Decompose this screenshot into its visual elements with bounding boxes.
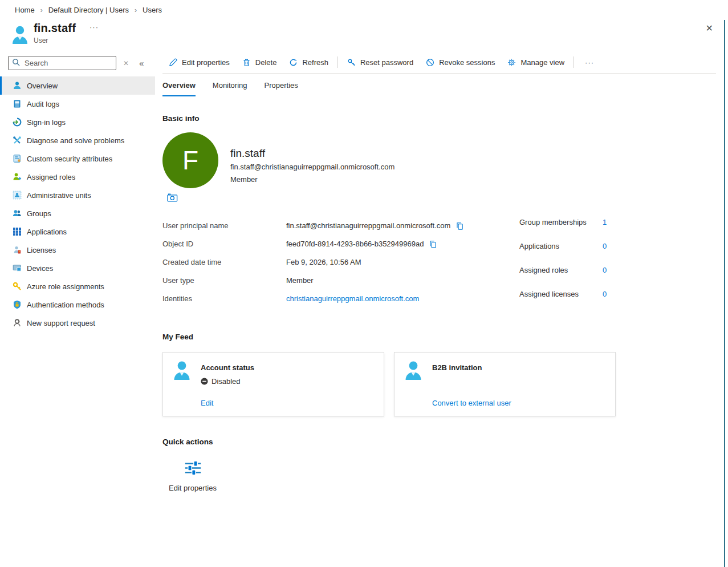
- feed-cards: Account status Disabled Edit B2B invitat…: [162, 352, 716, 416]
- tab-properties[interactable]: Properties: [265, 81, 298, 96]
- admin-units-icon: [13, 191, 22, 200]
- avatar: F: [162, 132, 218, 188]
- sidebar-item-groups[interactable]: Groups: [0, 204, 155, 222]
- sidebar-item-authentication-methods[interactable]: Authentication methods: [0, 295, 155, 314]
- sidebar-item-administrative-units[interactable]: Administrative units: [0, 186, 155, 204]
- convert-to-external-user-link[interactable]: Convert to external user: [432, 399, 511, 407]
- search-icon: [12, 58, 21, 67]
- tab-overview[interactable]: Overview: [162, 81, 196, 96]
- identities-link[interactable]: christianaguirreppgmail.onmicrosoft.com: [286, 294, 419, 303]
- user-avatar-icon: [11, 25, 29, 46]
- collapse-sidebar-icon[interactable]: «: [139, 58, 144, 68]
- sidebar-item-applications[interactable]: Applications: [0, 222, 155, 241]
- stat-assigned-roles: Assigned roles 0: [519, 266, 607, 290]
- camera-icon[interactable]: [167, 193, 178, 202]
- sidebar: ✕ « Overview Audit logs Sign-in logs Dia…: [0, 56, 155, 332]
- audit-logs-icon: [13, 99, 22, 108]
- edit-account-status-link[interactable]: Edit: [201, 399, 213, 407]
- trash-icon: [242, 58, 251, 67]
- breadcrumb-directory-users[interactable]: Default Directory | Users: [48, 6, 129, 14]
- block-icon: [426, 58, 434, 67]
- sign-in-logs-icon: [13, 118, 22, 127]
- sidebar-item-overview[interactable]: Overview: [0, 76, 155, 95]
- blade-edge-divider: [724, 20, 725, 567]
- sidebar-item-label: New support request: [27, 319, 95, 327]
- account-status-card: Account status Disabled Edit: [162, 352, 384, 416]
- chevron-right-icon: ›: [40, 6, 43, 14]
- user-membership: Member: [230, 175, 394, 184]
- field-list: User principal name fin.staff@christiana…: [162, 216, 519, 314]
- page-subtitle: User: [34, 37, 99, 44]
- sidebar-item-audit-logs[interactable]: Audit logs: [0, 95, 155, 113]
- refresh-icon: [289, 58, 298, 67]
- security-attributes-icon: [13, 154, 22, 163]
- applications-count-link[interactable]: 0: [603, 242, 607, 250]
- groups-icon: [13, 209, 22, 218]
- sidebar-item-label: Azure role assignments: [27, 282, 104, 291]
- command-bar: Edit properties Delete Refresh Reset pas…: [162, 51, 716, 74]
- stat-assigned-licenses: Assigned licenses 0: [519, 290, 607, 314]
- gear-icon: [507, 58, 516, 67]
- tab-monitoring[interactable]: Monitoring: [213, 81, 247, 96]
- page-title: fin.staff: [34, 22, 76, 35]
- close-icon[interactable]: ✕: [706, 24, 713, 33]
- user-email: fin.staff@christianaguirreppgmail.onmicr…: [230, 163, 394, 171]
- edit-properties-button[interactable]: Edit properties: [162, 51, 236, 73]
- sidebar-item-label: Audit logs: [27, 100, 59, 108]
- field-identities: Identities christianaguirreppgmail.onmic…: [162, 289, 519, 307]
- breadcrumb: Home › Default Directory | Users › Users: [15, 6, 162, 14]
- field-user-type: User type Member: [162, 271, 519, 289]
- b2b-invitation-card: B2B invitation Convert to external user: [394, 352, 616, 416]
- delete-button[interactable]: Delete: [236, 51, 283, 73]
- profile-summary: F fin.staff fin.staff@christianaguirrepp…: [162, 132, 716, 188]
- revoke-sessions-button[interactable]: Revoke sessions: [420, 51, 501, 73]
- breadcrumb-home[interactable]: Home: [15, 6, 35, 14]
- main-content: Edit properties Delete Refresh Reset pas…: [162, 51, 716, 492]
- chevron-right-icon: ›: [135, 6, 137, 14]
- devices-icon: [13, 264, 22, 273]
- support-headset-icon: [13, 318, 22, 327]
- sidebar-item-custom-security-attributes[interactable]: Custom security attributes: [0, 149, 155, 168]
- info-grid: User principal name fin.staff@christiana…: [162, 216, 716, 314]
- toolbar-more-icon[interactable]: ···: [577, 58, 602, 67]
- key-reset-icon: [347, 58, 356, 67]
- sidebar-item-devices[interactable]: Devices: [0, 259, 155, 277]
- page-header: fin.staff ··· User: [11, 22, 99, 46]
- sidebar-item-new-support-request[interactable]: New support request: [0, 314, 155, 332]
- applications-grid-icon: [13, 227, 22, 236]
- assigned-licenses-count-link[interactable]: 0: [603, 290, 607, 298]
- sidebar-item-label: Sign-in logs: [27, 118, 66, 127]
- clear-search-icon[interactable]: ✕: [123, 59, 129, 67]
- person-icon: [403, 360, 424, 382]
- sidebar-item-sign-in-logs[interactable]: Sign-in logs: [0, 113, 155, 131]
- toolbar-divider: [574, 56, 574, 68]
- sliders-icon: [184, 459, 202, 477]
- toolbar-divider: [337, 56, 338, 68]
- copy-icon[interactable]: [429, 240, 437, 249]
- sidebar-item-azure-role-assignments[interactable]: Azure role assignments: [0, 277, 155, 295]
- sidebar-item-assigned-roles[interactable]: Assigned roles: [0, 168, 155, 186]
- more-options-icon[interactable]: ···: [90, 23, 99, 31]
- sidebar-item-label: Custom security attributes: [27, 155, 112, 163]
- pencil-icon: [169, 58, 177, 67]
- quick-action-edit-properties[interactable]: Edit properties: [167, 459, 218, 492]
- stats-list: Group memberships 1 Applications 0 Assig…: [519, 216, 607, 314]
- tab-bar: Overview Monitoring Properties: [162, 81, 716, 96]
- stat-applications: Applications 0: [519, 242, 607, 266]
- group-memberships-count-link[interactable]: 1: [603, 218, 607, 226]
- stat-group-memberships: Group memberships 1: [519, 218, 607, 242]
- sidebar-item-label: Applications: [27, 228, 67, 236]
- blocked-icon: [201, 378, 208, 385]
- manage-view-button[interactable]: Manage view: [501, 51, 571, 73]
- quick-actions-heading: Quick actions: [162, 438, 716, 446]
- shield-lock-icon: [13, 300, 22, 309]
- account-status-value: Disabled: [201, 377, 241, 386]
- refresh-button[interactable]: Refresh: [283, 51, 335, 73]
- sidebar-item-diagnose[interactable]: Diagnose and solve problems: [0, 131, 155, 149]
- assigned-roles-count-link[interactable]: 0: [603, 266, 607, 274]
- sidebar-item-licenses[interactable]: Licenses: [0, 241, 155, 259]
- search-input[interactable]: [8, 56, 116, 70]
- copy-icon[interactable]: [455, 222, 464, 230]
- breadcrumb-users[interactable]: Users: [143, 6, 162, 14]
- reset-password-button[interactable]: Reset password: [341, 51, 420, 73]
